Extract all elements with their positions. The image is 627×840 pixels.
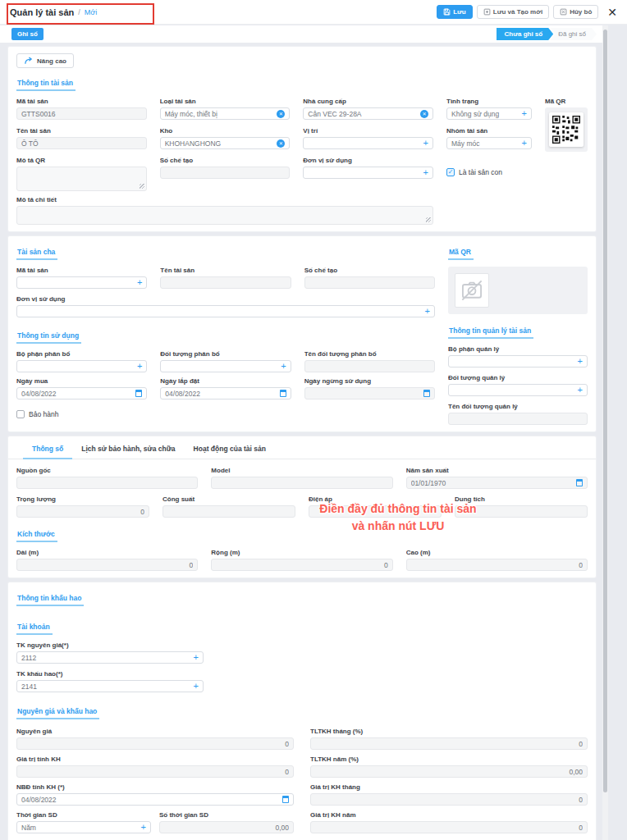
- checkbox-checked-icon: ✓: [446, 168, 455, 176]
- label: Ngày lắp đặt: [160, 377, 291, 385]
- plus-icon[interactable]: +: [578, 386, 583, 395]
- tltkh-thang-input[interactable]: 0: [310, 737, 588, 750]
- save-and-new-label: Lưu và Tạo mới: [493, 8, 542, 16]
- parent-don-vi-su-dung-select[interactable]: +: [16, 305, 435, 317]
- nhom-tai-san-select[interactable]: Máy móc+: [446, 137, 532, 149]
- plus-icon[interactable]: +: [578, 357, 583, 366]
- kho-select[interactable]: KHOHANGHONG✕: [160, 137, 291, 149]
- ten-doi-tuong-phan-bo-input[interactable]: [304, 360, 435, 372]
- ten-tai-san-input[interactable]: Ô TÔ: [16, 137, 147, 149]
- calendar-icon[interactable]: [423, 390, 430, 397]
- calendar-icon[interactable]: [282, 796, 289, 803]
- cao-input[interactable]: 0: [406, 559, 588, 571]
- ngay-lap-dat-datepicker[interactable]: 04/08/2022: [160, 387, 291, 399]
- tab-lich-su-bao-hanh[interactable]: Lịch sử bảo hành, sửa chữa: [72, 441, 184, 459]
- advanced-button[interactable]: Nâng cao: [16, 53, 74, 68]
- form-content: Nâng cao Thông tin tài sản Mã tài sản GT…: [8, 47, 596, 840]
- field-dai: Dài (m) 0: [16, 549, 198, 571]
- field-dung-tich: Dung tích: [455, 495, 588, 518]
- plus-icon[interactable]: +: [522, 109, 527, 118]
- tltkh-nam-input[interactable]: 0,00: [310, 765, 588, 778]
- label: Loại tài sản: [160, 98, 291, 105]
- label: Tên tài sản: [160, 267, 291, 274]
- field-rong: Rộng (m) 0: [211, 549, 392, 571]
- bo-phan-quan-ly-select[interactable]: +: [448, 355, 588, 368]
- plus-icon[interactable]: +: [423, 139, 428, 148]
- nguyen-gia-input[interactable]: 0: [16, 737, 294, 750]
- ten-doi-tuong-quan-ly-input[interactable]: [448, 413, 588, 425]
- plus-icon[interactable]: +: [194, 682, 199, 691]
- clear-icon[interactable]: ✕: [277, 110, 285, 118]
- gia-tri-kh-thang-input[interactable]: 0: [310, 793, 588, 806]
- so-thoi-gian-sd-input[interactable]: 0,00: [159, 821, 294, 833]
- tk-nguyen-gia-select[interactable]: 2112+: [16, 651, 204, 664]
- model-input[interactable]: [211, 477, 392, 489]
- plus-icon[interactable]: +: [423, 168, 428, 177]
- close-icon[interactable]: ✕: [607, 7, 617, 18]
- label: Giá trị tính KH: [16, 756, 294, 763]
- label: Mô tả QR: [16, 157, 147, 164]
- trong-luong-input[interactable]: 0: [16, 505, 149, 518]
- field-tinh-trang: Tình trạng Không sử dụng+: [446, 98, 532, 122]
- plus-icon[interactable]: +: [141, 823, 146, 832]
- parent-ten-tai-san-input[interactable]: [160, 276, 291, 289]
- plus-icon[interactable]: +: [194, 653, 199, 662]
- label: Đơn vị sử dụng: [16, 295, 435, 303]
- dung-tich-input[interactable]: [455, 505, 588, 518]
- field-loai-tai-san: Loại tài sản Máy móc, thiết bị✕: [160, 98, 291, 122]
- photo-upload-placeholder[interactable]: [455, 273, 489, 308]
- plus-icon[interactable]: +: [137, 278, 142, 287]
- card-parent-usage: Tài sản cha Mã tài sản + Tên tài sản Số …: [8, 236, 596, 431]
- tk-khau-hao-select[interactable]: 2141+: [16, 680, 204, 692]
- tab-hoat-dong[interactable]: Hoạt động của tài sản: [185, 441, 275, 459]
- nguon-goc-input[interactable]: [16, 477, 198, 489]
- clear-icon[interactable]: ✕: [420, 110, 428, 118]
- cong-suat-input[interactable]: [162, 505, 295, 518]
- la-tai-san-con-checkbox[interactable]: ✓ Là tài sản con: [446, 168, 532, 176]
- doi-tuong-phan-bo-select[interactable]: +: [160, 360, 291, 372]
- bao-hanh-checkbox[interactable]: Bảo hành: [16, 410, 435, 418]
- loai-tai-san-select[interactable]: Máy móc, thiết bị✕: [160, 107, 291, 120]
- save-button[interactable]: Lưu: [437, 5, 473, 19]
- nam-san-xuat-datepicker[interactable]: 01/01/1970: [406, 477, 588, 489]
- so-che-tao-input[interactable]: [160, 167, 291, 179]
- breadcrumb-current[interactable]: Mới: [85, 8, 97, 16]
- nbd-tinh-kh-datepicker[interactable]: 04/08/2022: [16, 793, 294, 806]
- plus-icon[interactable]: +: [522, 139, 527, 148]
- calendar-icon[interactable]: [280, 390, 286, 397]
- scrollbar-thumb[interactable]: [603, 30, 607, 792]
- bo-phan-phan-bo-select[interactable]: +: [16, 360, 147, 372]
- plus-icon[interactable]: +: [281, 362, 286, 371]
- dai-input[interactable]: 0: [16, 559, 198, 571]
- post-ledger-button[interactable]: Ghi sổ: [11, 28, 43, 40]
- rong-input[interactable]: 0: [211, 559, 392, 571]
- don-vi-su-dung-select[interactable]: +: [303, 167, 433, 179]
- thoi-gian-sd-select[interactable]: Năm+: [16, 821, 151, 833]
- gia-tri-tinh-kh-input[interactable]: 0: [16, 765, 294, 778]
- calendar-icon[interactable]: [135, 390, 142, 397]
- cancel-button[interactable]: Hủy bỏ: [553, 5, 598, 19]
- ngay-mua-datepicker[interactable]: 04/08/2022: [16, 387, 147, 399]
- vi-tri-select[interactable]: +: [303, 137, 433, 149]
- ma-tai-san-input[interactable]: GTTS0016: [16, 107, 147, 120]
- plus-icon[interactable]: +: [137, 362, 142, 371]
- step-unposted[interactable]: Chưa ghi sổ: [497, 28, 554, 40]
- mo-ta-chi-tiet-textarea[interactable]: [16, 206, 433, 225]
- step-posted[interactable]: Đã ghi sổ: [550, 28, 597, 40]
- calendar-icon[interactable]: [576, 479, 583, 486]
- tab-thong-so[interactable]: Thông số: [23, 441, 72, 459]
- doi-tuong-quan-ly-select[interactable]: +: [448, 384, 588, 396]
- dien-ap-input[interactable]: [309, 505, 442, 518]
- label: Mô tả chi tiết: [16, 196, 433, 203]
- parent-ma-tai-san-select[interactable]: +: [16, 276, 147, 289]
- plus-icon[interactable]: +: [425, 307, 430, 316]
- ngay-ngung-su-dung-datepicker[interactable]: [304, 387, 435, 399]
- tinh-trang-select[interactable]: Không sử dụng+: [446, 107, 532, 120]
- nha-cung-cap-select[interactable]: Cân VEC 29-28A✕: [303, 107, 433, 120]
- mo-ta-qr-textarea[interactable]: [16, 167, 147, 191]
- vertical-scrollbar[interactable]: [602, 25, 608, 840]
- save-and-new-button[interactable]: Lưu và Tạo mới: [477, 5, 549, 19]
- gia-tri-kh-nam-input[interactable]: 0: [310, 821, 588, 833]
- clear-icon[interactable]: ✕: [277, 139, 285, 148]
- parent-so-che-tao-input[interactable]: [304, 276, 435, 289]
